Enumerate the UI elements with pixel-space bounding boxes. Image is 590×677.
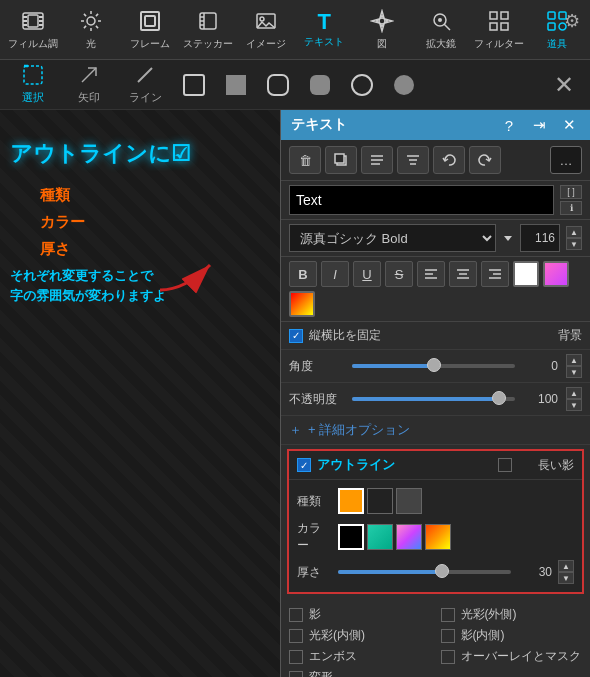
align-right-button[interactable] xyxy=(481,261,509,287)
outer-glow-checkbox[interactable] xyxy=(441,608,455,622)
toolbar-light[interactable]: 光 xyxy=(62,2,120,58)
panel-pin-button[interactable]: ⇥ xyxy=(528,116,550,134)
toolbar-text[interactable]: T テキスト xyxy=(295,2,353,58)
line-tool[interactable]: ライン xyxy=(120,63,170,107)
shape-circle-filled[interactable] xyxy=(386,67,422,103)
toolbar-magnify[interactable]: 拡大鏡 xyxy=(411,2,469,58)
underline-button[interactable]: U xyxy=(353,261,381,287)
shape-circle-empty[interactable] xyxy=(344,67,380,103)
duplicate-button[interactable] xyxy=(325,146,357,174)
type-label: 種類 xyxy=(297,493,332,510)
toolbar-text-label: テキスト xyxy=(304,35,344,49)
toolbar-draw[interactable]: 図 xyxy=(353,2,411,58)
rotate-cw-button[interactable] xyxy=(469,146,501,174)
inner-shadow-checkbox[interactable] xyxy=(441,629,455,643)
align-left-button[interactable] xyxy=(417,261,445,287)
rotate-ccw-button[interactable] xyxy=(433,146,465,174)
align-center-button[interactable] xyxy=(449,261,477,287)
effect-emboss: エンボス xyxy=(289,648,431,665)
opacity-down[interactable]: ▼ xyxy=(566,399,582,411)
shadow-effect-checkbox[interactable] xyxy=(289,608,303,622)
thickness-slider[interactable] xyxy=(338,570,511,574)
panel-help-button[interactable]: ? xyxy=(498,117,520,134)
aspect-lock-label[interactable]: ✓ 縦横比を固定 xyxy=(289,327,381,344)
filter-icon xyxy=(487,9,511,35)
details-button[interactable]: ＋ + 詳細オプション xyxy=(281,416,590,445)
angle-down[interactable]: ▼ xyxy=(566,366,582,378)
select-tool[interactable]: 選択 xyxy=(8,63,58,107)
svg-rect-3 xyxy=(23,24,27,26)
emboss-checkbox[interactable] xyxy=(289,650,303,664)
text-color-red[interactable] xyxy=(289,291,315,317)
outline-check[interactable]: ✓ アウトライン xyxy=(297,456,395,474)
panel-close-button[interactable]: ✕ xyxy=(558,116,580,134)
arrow-tool[interactable]: 矢印 xyxy=(64,63,114,107)
align-button-2[interactable] xyxy=(397,146,429,174)
settings-button[interactable]: ⚙ xyxy=(564,10,580,32)
svg-point-25 xyxy=(260,17,264,21)
plus-icon: ＋ xyxy=(289,421,302,439)
aspect-lock-checkbox[interactable]: ✓ xyxy=(289,329,303,343)
toolbar-frame[interactable]: フレーム xyxy=(120,2,178,58)
toolbar-light-label: 光 xyxy=(86,37,96,51)
toolbar-sticker[interactable]: ステッカー xyxy=(179,2,237,58)
panel-header: テキスト ? ⇥ ✕ xyxy=(281,110,590,140)
opacity-up[interactable]: ▲ xyxy=(566,387,582,399)
svg-rect-6 xyxy=(39,24,43,26)
italic-button[interactable]: I xyxy=(321,261,349,287)
strikethrough-button[interactable]: S xyxy=(385,261,413,287)
font-size-input[interactable] xyxy=(520,224,560,252)
transform-checkbox[interactable] xyxy=(289,671,303,678)
type-swatch-dark2[interactable] xyxy=(396,488,422,514)
delete-button[interactable]: 🗑 xyxy=(289,146,321,174)
svg-point-29 xyxy=(438,18,442,22)
overlay-mask-checkbox[interactable] xyxy=(441,650,455,664)
text-color-white[interactable] xyxy=(513,261,539,287)
overlay-desc: それぞれ変更することで 字の雰囲気が変わりますよ xyxy=(10,266,260,308)
info-button[interactable]: ℹ xyxy=(560,201,582,215)
text-input[interactable] xyxy=(289,185,554,215)
toolbar-filter[interactable]: フィルター xyxy=(470,2,528,58)
inner-glow-checkbox[interactable] xyxy=(289,629,303,643)
color-swatch-gradient2[interactable] xyxy=(425,524,451,550)
color-swatch-black[interactable] xyxy=(338,524,364,550)
font-row: 源真ゴシック Bold ▲ ▼ xyxy=(281,220,590,257)
toolbar-film[interactable]: フィルム調 xyxy=(4,2,62,58)
color-swatch-gradient1[interactable] xyxy=(396,524,422,550)
angle-up[interactable]: ▲ xyxy=(566,354,582,366)
font-size-down[interactable]: ▼ xyxy=(566,238,582,250)
angle-slider[interactable] xyxy=(352,364,515,368)
text-color-pink[interactable] xyxy=(543,261,569,287)
font-size-up[interactable]: ▲ xyxy=(566,226,582,238)
bold-button[interactable]: B xyxy=(289,261,317,287)
toolbar-image-label: イメージ xyxy=(246,37,286,51)
color-swatch-teal[interactable] xyxy=(367,524,393,550)
svg-rect-44 xyxy=(268,75,288,95)
outline-checkbox[interactable]: ✓ xyxy=(297,458,311,472)
subtitle-line-1: 種類 xyxy=(40,181,260,208)
thickness-up[interactable]: ▲ xyxy=(558,560,574,572)
shadow-checkbox[interactable] xyxy=(498,458,512,472)
close-button[interactable]: ✕ xyxy=(546,67,582,103)
text-input-row: [ ] ℹ xyxy=(281,181,590,220)
shape-rect-empty[interactable] xyxy=(176,67,212,103)
svg-line-40 xyxy=(82,68,96,82)
shape-round-filled[interactable] xyxy=(302,67,338,103)
type-swatch-dark1[interactable] xyxy=(367,488,393,514)
shape-rect-filled[interactable] xyxy=(218,67,254,103)
svg-point-47 xyxy=(394,75,414,95)
align-button-1[interactable] xyxy=(361,146,393,174)
opacity-slider[interactable] xyxy=(352,397,515,401)
effects-grid: 影 光彩(外側) 光彩(内側) 影(内側) xyxy=(289,602,582,677)
thickness-down[interactable]: ▼ xyxy=(558,572,574,584)
toolbar-magnify-label: 拡大鏡 xyxy=(426,37,456,51)
brackets-button[interactable]: [ ] xyxy=(560,185,582,199)
outline-content: 種類 カラー xyxy=(289,480,582,592)
more-options-button[interactable]: … xyxy=(550,146,582,174)
type-swatch-orange[interactable] xyxy=(338,488,364,514)
toolbar-image[interactable]: イメージ xyxy=(237,2,295,58)
opacity-row: 不透明度 100 ▲ ▼ xyxy=(281,383,590,416)
font-select[interactable]: 源真ゴシック Bold xyxy=(289,224,496,252)
shape-round-empty[interactable] xyxy=(260,67,296,103)
toolbar-frame-label: フレーム xyxy=(130,37,170,51)
